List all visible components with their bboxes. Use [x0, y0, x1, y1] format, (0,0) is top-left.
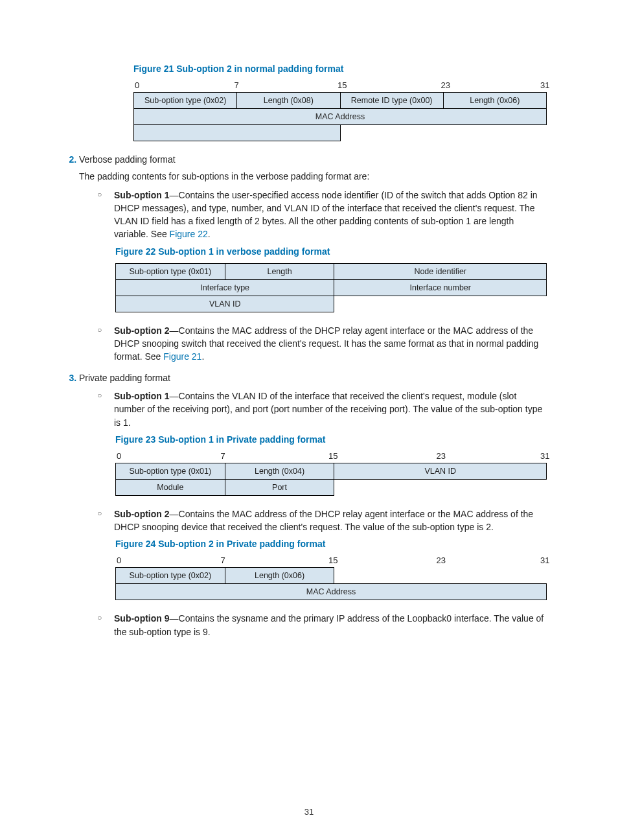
cell-port: Port: [225, 479, 334, 495]
page: Figure 21 Sub-option 2 in normal padding…: [0, 0, 618, 840]
figure-23-caption: Figure 23 Sub-option 1 in Private paddin…: [115, 434, 547, 445]
sub-option-label: Sub-option 2: [114, 509, 170, 519]
list-item-private: Private padding format ○ Sub-option 1—Co…: [79, 371, 547, 638]
sub-option-2-text: Sub-option 2—Contains the MAC address of…: [114, 324, 547, 364]
cell-mac-address: MAC Address: [134, 109, 547, 125]
sub-option-9-text: Sub-option 9—Contains the sysname and th…: [114, 612, 547, 638]
sub-option-label: Sub-option 9: [114, 613, 170, 624]
sub-option-1-text: Sub-option 1—Contains the VLAN ID of the…: [114, 390, 547, 429]
figure-23-bit-ruler: 0 7 15 23 31: [117, 451, 548, 461]
cell-module: Module: [116, 479, 225, 495]
cell-empty: [334, 568, 547, 584]
private-title: Private padding format: [79, 371, 547, 384]
circle-bullet-icon: ○: [97, 612, 114, 638]
cell-length: Length (0x08): [237, 93, 340, 109]
cell-remote-id-type: Remote ID type (0x00): [340, 93, 443, 109]
cell-interface-number: Interface number: [334, 279, 547, 296]
figure-21: Figure 21 Sub-option 2 in normal padding…: [133, 64, 547, 141]
cell-length: Length (0x04): [225, 463, 334, 479]
page-number: 31: [0, 807, 618, 817]
main-list: Verbose padding format The padding conte…: [79, 153, 547, 638]
sub-option-desc: —Contains the VLAN ID of the interface t…: [114, 391, 542, 428]
list-item-verbose: Verbose padding format The padding conte…: [79, 153, 547, 364]
circle-bullet-icon: ○: [97, 189, 114, 241]
figure-link[interactable]: Figure 22: [170, 229, 208, 239]
sub-item: ○ Sub-option 9—Contains the sysname and …: [97, 612, 547, 638]
figure-24-bit-ruler: 0 7 15 23 31: [117, 555, 548, 565]
figure-21-caption: Figure 21 Sub-option 2 in normal padding…: [133, 64, 547, 74]
cell-suboption-type: Sub-option type (0x01): [116, 263, 225, 279]
sub-option-1-text: Sub-option 1—Contains the user-specified…: [114, 189, 547, 241]
sub-option-label: Sub-option 1: [114, 391, 170, 401]
sub-item: ○ Sub-option 1—Contains the VLAN ID of t…: [97, 390, 547, 429]
text-tail: .: [201, 351, 204, 362]
cell-length: Length (0x06): [443, 93, 546, 109]
sub-option-label: Sub-option 1: [114, 190, 170, 200]
verbose-sublist: ○ Sub-option 1—Contains the user-specifi…: [97, 189, 547, 241]
figure-21-bit-ruler: 0 7 15 23 31: [135, 80, 548, 90]
private-sublist: ○ Sub-option 9—Contains the sysname and …: [97, 612, 547, 638]
sub-item: ○ Sub-option 1—Contains the user-specifi…: [97, 189, 547, 241]
sub-option-desc: —Contains the MAC address of the DHCP re…: [114, 509, 533, 532]
figure-23-diagram: Sub-option type (0x01) Length (0x04) VLA…: [115, 463, 547, 496]
figure-22: Figure 22 Sub-option 1 in verbose paddin…: [115, 246, 547, 312]
cell-length: Length: [225, 263, 334, 279]
figure-24-caption: Figure 24 Sub-option 2 in Private paddin…: [115, 539, 547, 549]
figure-24: Figure 24 Sub-option 2 in Private paddin…: [115, 539, 547, 600]
cell-suboption-type: Sub-option type (0x01): [116, 463, 225, 479]
private-sublist: ○ Sub-option 2—Contains the MAC address …: [97, 508, 547, 534]
figure-22-caption: Figure 22 Sub-option 1 in verbose paddin…: [115, 246, 547, 257]
cell-suboption-type: Sub-option type (0x02): [116, 568, 225, 584]
cell-empty: [340, 125, 547, 141]
cell-empty: [334, 479, 547, 495]
verbose-sublist: ○ Sub-option 2—Contains the MAC address …: [97, 324, 547, 364]
sub-item: ○ Sub-option 2—Contains the MAC address …: [97, 508, 547, 534]
verbose-intro: The padding contents for sub-options in …: [79, 170, 547, 183]
cell-vlan-id: VLAN ID: [116, 296, 334, 312]
circle-bullet-icon: ○: [97, 324, 114, 364]
sub-option-2-text: Sub-option 2—Contains the MAC address of…: [114, 508, 547, 534]
sub-option-desc: —Contains the sysname and the primary IP…: [114, 613, 544, 636]
cell-suboption-type: Sub-option type (0x02): [134, 93, 237, 109]
figure-22-diagram: Sub-option type (0x01) Length Node ident…: [115, 263, 547, 312]
figure-link[interactable]: Figure 21: [163, 351, 201, 362]
cell-empty: [334, 296, 547, 312]
circle-bullet-icon: ○: [97, 390, 114, 429]
sub-item: ○ Sub-option 2—Contains the MAC address …: [97, 324, 547, 364]
cell-length: Length (0x06): [225, 568, 334, 584]
figure-23: Figure 23 Sub-option 1 in Private paddin…: [115, 434, 547, 496]
cell-node-identifier: Node identifier: [334, 263, 547, 279]
sub-option-label: Sub-option 2: [114, 325, 170, 336]
circle-bullet-icon: ○: [97, 508, 114, 534]
cell-interface-type: Interface type: [116, 279, 334, 296]
private-sublist: ○ Sub-option 1—Contains the VLAN ID of t…: [97, 390, 547, 429]
verbose-title: Verbose padding format: [79, 153, 547, 166]
cell-vlan-id: VLAN ID: [334, 463, 547, 479]
cell-mac-address: MAC Address: [116, 584, 547, 600]
text-tail: .: [208, 229, 211, 239]
cell-empty: [134, 125, 341, 141]
figure-24-diagram: Sub-option type (0x02) Length (0x06) MAC…: [115, 567, 547, 600]
figure-21-diagram: Sub-option type (0x02) Length (0x08) Rem…: [133, 92, 547, 141]
